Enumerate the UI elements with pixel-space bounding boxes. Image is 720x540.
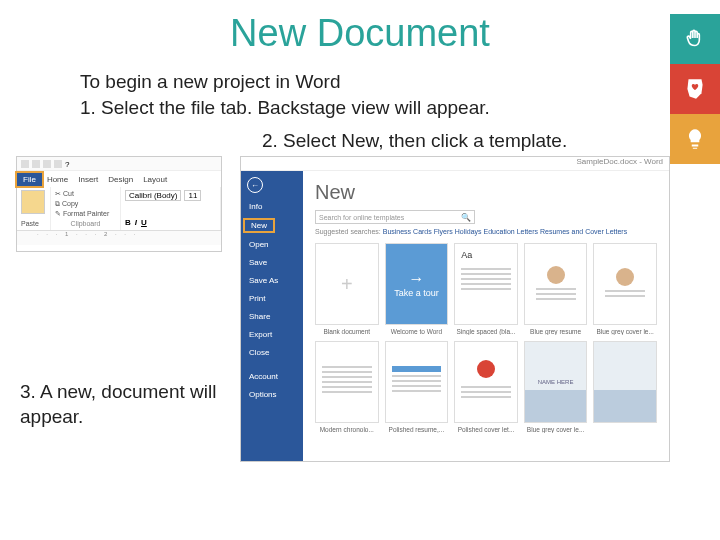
tab-insert[interactable]: Insert (73, 173, 103, 186)
backstage-main: New Search for online templates Suggeste… (303, 171, 669, 461)
step-2: 2. Select New, then click a template. (262, 130, 720, 152)
template-blank[interactable]: Blank document (315, 243, 379, 335)
nav-save-as[interactable]: Save As (241, 276, 278, 285)
clipboard-group-label: Clipboard (55, 220, 116, 227)
cut-label[interactable]: ✂ Cut (55, 190, 116, 198)
nav-info[interactable]: Info (241, 202, 262, 211)
hand-icon (670, 14, 720, 64)
slide-icon-strip (670, 14, 720, 164)
template-polished-cover[interactable]: Polished cover let... (454, 341, 518, 433)
sugg-link[interactable]: Business (383, 228, 411, 235)
suggested-searches: Suggested searches: Business Cards Flyer… (315, 228, 657, 235)
ruler: · · · 1 · · · 2 · · · (17, 231, 221, 245)
back-icon[interactable]: ← (247, 177, 263, 193)
step-3: 3. A new, document will appear. (20, 380, 220, 429)
template-cover-1[interactable]: Blue grey cover le... (593, 243, 657, 335)
underline-button[interactable]: U (141, 218, 147, 227)
nav-print[interactable]: Print (241, 294, 265, 303)
font-style-buttons: B I U (125, 218, 216, 227)
sugg-link[interactable]: Education (484, 228, 515, 235)
intro-line: To begin a new project in Word (80, 69, 720, 95)
ribbon: Paste ✂ Cut ⧉ Copy ✎ Format Painter Clip… (17, 187, 221, 231)
search-input[interactable]: Search for online templates (315, 210, 475, 224)
tab-file[interactable]: File (17, 173, 42, 186)
copy-label[interactable]: ⧉ Copy (55, 200, 116, 208)
template-single-spaced[interactable]: Single spaced (bla... (454, 243, 518, 335)
bold-button[interactable]: B (125, 218, 131, 227)
italic-button[interactable]: I (135, 218, 137, 227)
sugg-link[interactable]: Cards (413, 228, 432, 235)
tab-layout[interactable]: Layout (138, 173, 172, 186)
sugg-link[interactable]: Letters (517, 228, 538, 235)
page-title: New Document (0, 0, 720, 55)
backstage-nav: ← Info New Open Save Save As Print Share… (241, 171, 303, 461)
sugg-link[interactable]: Flyers (434, 228, 453, 235)
template-modern[interactable]: Modern chronolo... (315, 341, 379, 433)
template-polished-resume[interactable]: Polished resume,... (385, 341, 449, 433)
nav-export[interactable]: Export (241, 330, 272, 339)
paste-icon[interactable] (21, 190, 45, 214)
nav-open[interactable]: Open (241, 240, 269, 249)
screenshot-backstage-new: SampleDoc.docx - Word ← Info New Open Sa… (240, 156, 670, 462)
tab-home[interactable]: Home (42, 173, 73, 186)
intro-text: To begin a new project in Word 1. Select… (80, 69, 720, 120)
sugg-link[interactable]: Holidays (455, 228, 482, 235)
ribbon-tabs: File Home Insert Design Layout (17, 171, 221, 187)
nav-close[interactable]: Close (241, 348, 269, 357)
heart-ohio-icon (670, 64, 720, 114)
sugg-link[interactable]: Resumes and Cover Letters (540, 228, 627, 235)
step-1: 1. Select the file tab. Backstage view w… (80, 95, 720, 121)
window-title: SampleDoc.docx - Word (241, 157, 669, 171)
new-heading: New (315, 181, 657, 204)
tab-design[interactable]: Design (103, 173, 138, 186)
template-bluegrey-cover[interactable]: NAME HEREBlue grey cover le... (524, 341, 588, 433)
font-selector[interactable]: Calibri (Body) (125, 190, 181, 201)
template-grid: Blank document Take a tourWelcome to Wor… (315, 243, 657, 433)
template-tour[interactable]: Take a tourWelcome to Word (385, 243, 449, 335)
nav-new[interactable]: New (245, 220, 273, 231)
quick-access-toolbar: ? (17, 157, 221, 171)
template-resume[interactable]: Blue grey resume (524, 243, 588, 335)
nav-account[interactable]: Account (241, 372, 278, 381)
screenshot-file-tab: ? File Home Insert Design Layout Paste ✂… (16, 156, 222, 252)
nav-options[interactable]: Options (241, 390, 277, 399)
nav-save[interactable]: Save (241, 258, 267, 267)
nav-share[interactable]: Share (241, 312, 270, 321)
paste-label: Paste (21, 220, 46, 227)
template-extra[interactable] (593, 341, 657, 433)
font-size[interactable]: 11 (184, 190, 201, 201)
lightbulb-icon (670, 114, 720, 164)
format-painter-label[interactable]: ✎ Format Painter (55, 210, 116, 218)
